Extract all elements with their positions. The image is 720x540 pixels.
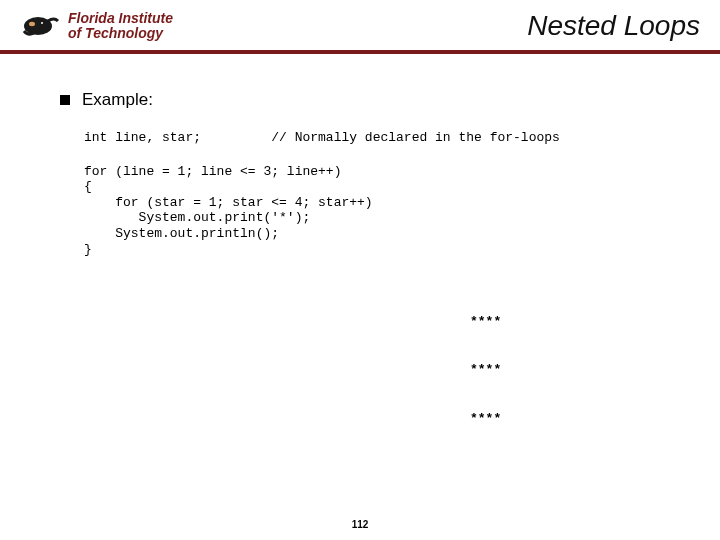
code-block: int line, star; // Normally declared in … [60, 130, 680, 257]
code-line: for (star = 1; star <= 4; star++) [84, 195, 680, 211]
bullet-label: Example: [82, 90, 153, 110]
page-title: Nested Loops [527, 10, 700, 42]
logo-block: Florida Institute of Technology [20, 11, 173, 41]
code-line: for (line = 1; line <= 3; line++) [84, 164, 680, 180]
output-line: **** [470, 314, 680, 330]
program-output: **** **** **** [470, 281, 680, 460]
output-line: **** [470, 411, 680, 427]
code-line: int line, star; // Normally declared in … [84, 130, 680, 146]
panther-logo-icon [20, 11, 62, 41]
page-number: 112 [0, 519, 720, 530]
svg-point-2 [41, 22, 43, 24]
svg-point-1 [29, 22, 35, 26]
output-line: **** [470, 362, 680, 378]
slide-content: Example: int line, star; // Normally dec… [0, 54, 720, 460]
slide-header: Florida Institute of Technology Nested L… [0, 0, 720, 50]
code-line: System.out.print('*'); [84, 210, 680, 226]
code-line: System.out.println(); [84, 226, 680, 242]
bullet-row: Example: [60, 90, 680, 110]
logo-line1: Florida Institute [68, 11, 173, 26]
code-line: { [84, 179, 680, 195]
square-bullet-icon [60, 95, 70, 105]
logo-line2: of Technology [68, 26, 173, 41]
code-line: } [84, 242, 680, 258]
logo-text: Florida Institute of Technology [68, 11, 173, 40]
